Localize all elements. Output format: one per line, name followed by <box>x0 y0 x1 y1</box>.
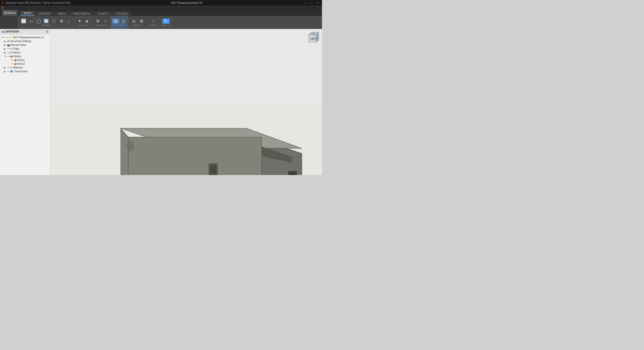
inspect-section-btn[interactable]: ⊞ <box>138 19 145 24</box>
tree-arrow-body1 <box>8 59 11 61</box>
main-content: ◀◀ BROWSER ⚙ ▼ 👁 ⚙ 📁 AIoT Shopping Assis… <box>0 29 322 175</box>
browser-panel: ◀◀ BROWSER ⚙ ▼ 👁 ⚙ 📁 AIoT Shopping Assis… <box>0 29 50 175</box>
tree-label-origin: Origin <box>13 47 19 50</box>
tree-item-root[interactable]: ▼ 👁 ⚙ 📁 AIoT Shopping Assistant v2 <box>0 36 50 39</box>
title-bar-left: A Autodesk Fusion 360 (Personal - Not fo… <box>2 1 70 5</box>
browser-title-text: BROWSER <box>6 30 19 33</box>
tree-eye-sketches[interactable]: 👁 <box>7 66 9 69</box>
svg-text:LEFT: LEFT <box>310 38 316 40</box>
tree-icon-doc: ⚙ <box>7 40 9 43</box>
tree-icon-construction: 🔷 <box>10 70 13 73</box>
tree-icon-body2: 📦 <box>14 62 17 65</box>
tree-icon-bodies: 📦 <box>10 55 13 58</box>
tree-item-doc-settings[interactable]: ▶ ⚙ Document Settings <box>0 39 50 43</box>
create-revolve-btn[interactable]: ◯ <box>35 19 42 24</box>
tab-solid[interactable]: SOLID <box>20 11 35 16</box>
tree-icon-root: 📁 <box>9 36 12 39</box>
tree-arrow-construction: ▶ <box>4 70 7 73</box>
create-extrude-btn[interactable]: ▭ <box>28 19 35 24</box>
tree-eye-origin[interactable]: 👁 <box>7 48 9 50</box>
tree-item-named-views[interactable]: ▶ 📷 Named Views <box>0 43 50 47</box>
toolbar-group-modify: ✦ ◈ MODIFY ▾ <box>74 16 92 29</box>
browser-settings-icon[interactable]: ⚙ <box>46 30 49 33</box>
close-button[interactable]: ✕ <box>316 2 320 4</box>
tree-icon-origin: ✛ <box>10 47 12 50</box>
tab-plastic[interactable]: PLASTIC <box>94 12 112 16</box>
insert-btn[interactable]: ↑ <box>150 19 157 24</box>
toolbar-buttons: ⬜ ▭ ◯ 🔄 ⬡ ⊕ ⬦ CREATE ▾ ✦ ◈ MODIFY ▾ <box>18 16 322 29</box>
inspect-label: INSPECT ▾ <box>133 24 143 26</box>
toolbar-group-inspect: ◎ ⊞ INSPECT ▾ <box>129 16 147 29</box>
tree-label-bodies: Bodies <box>14 55 21 58</box>
viewport-svg <box>50 29 322 175</box>
tree-arrow-sketches: ▶ <box>4 66 7 69</box>
tab-utilities[interactable]: UTILITIES <box>112 12 131 16</box>
tree-item-sketches[interactable]: ▶ 👁 ✏ Sketches <box>0 66 50 69</box>
create-new-body-btn[interactable]: ⬜ <box>20 19 27 24</box>
create-label: CREATE ▾ <box>42 24 51 26</box>
assemble-new-component-btn[interactable]: ⊕ <box>94 19 101 24</box>
tree-icon-body1: 📦 <box>14 59 17 61</box>
tree-eye-body1[interactable]: 👁 <box>11 59 13 61</box>
construct-plane-btn[interactable]: ⊟ <box>112 19 119 24</box>
svg-point-32 <box>127 141 134 151</box>
create-more-btn[interactable]: ⊕ <box>58 19 65 24</box>
tree-arrow-origin: ▶ <box>4 48 7 50</box>
toolbar-area: DESIGN ▾ SOLID SURFACE MESH SHEET METAL … <box>0 10 322 29</box>
create-loft-btn[interactable]: ⬡ <box>50 19 57 24</box>
construct-label: CONSTRUCT ▾ <box>112 24 127 26</box>
svg-marker-30 <box>128 137 262 175</box>
menu-bar: A <box>0 6 322 10</box>
tree-eye-body2[interactable]: 👁 <box>11 63 13 65</box>
tree-arrow-doc: ▶ <box>4 40 7 43</box>
tree-eye-root[interactable]: 👁 <box>4 36 6 39</box>
modify-fillet-btn[interactable]: ◈ <box>84 19 91 24</box>
tree-label-construction: Construction <box>14 70 28 73</box>
assemble-joint-btn[interactable]: ↔ <box>102 19 109 24</box>
tree-eye-construction[interactable]: 👁 <box>7 70 9 73</box>
tab-surface[interactable]: SURFACE <box>35 12 54 16</box>
tree-item-body2[interactable]: 👁 📦 Body2 <box>0 62 50 66</box>
create-mirror-btn[interactable]: ⬦ <box>65 19 72 24</box>
maximize-button[interactable]: □ <box>310 2 313 4</box>
svg-text:F: F <box>316 37 317 38</box>
tree-arrow-analysis: ▶ <box>4 51 7 54</box>
view-cube[interactable]: LEFT TOP F <box>305 31 320 46</box>
toolbar-group-create: ⬜ ▭ ◯ 🔄 ⬡ ⊕ ⬦ CREATE ▾ <box>19 16 74 29</box>
tree-label-doc: Document Settings <box>10 40 31 43</box>
browser-tree: ▼ 👁 ⚙ 📁 AIoT Shopping Assistant v2 ▶ ⚙ D… <box>0 34 50 74</box>
design-dropdown[interactable]: DESIGN ▾ <box>2 10 18 16</box>
title-bar-right: ─ □ ✕ <box>304 2 320 4</box>
tree-label-analysis: Analysis <box>11 51 20 54</box>
tree-icon-named-views: 📷 <box>7 44 10 46</box>
tree-icon-analysis: 📊 <box>7 51 10 54</box>
tab-sheet-metal[interactable]: SHEET METAL <box>69 12 94 16</box>
svg-text:TOP: TOP <box>312 33 315 34</box>
create-sweep-btn[interactable]: 🔄 <box>43 19 50 24</box>
tree-gear-root[interactable]: ⚙ <box>7 36 9 39</box>
tree-label-named-views: Named Views <box>11 44 26 46</box>
viewport[interactable]: LEFT TOP F ⊕ ✥ ⬜ 🔍 ⊟ ▬ ⬛ ⊞ <box>50 29 322 175</box>
tree-item-origin[interactable]: ▶ 👁 ✛ Origin <box>0 47 50 51</box>
assemble-label: ASSEMBLE ▾ <box>95 24 107 26</box>
tree-eye-bodies[interactable]: 👁 <box>7 55 9 58</box>
tree-label-body1: Body1 <box>18 59 25 61</box>
app-title: Autodesk Fusion 360 (Personal - Not for … <box>6 2 70 4</box>
tree-label-body2: Body2 <box>18 62 25 65</box>
tree-item-analysis[interactable]: ▶ 📊 Analysis <box>0 51 50 54</box>
browser-expand-arrow[interactable]: ◀◀ <box>2 30 5 33</box>
tree-item-body1[interactable]: 👁 📦 Body1 <box>0 58 50 62</box>
construct-axis-btn[interactable]: ◫ <box>120 19 127 24</box>
tab-mesh[interactable]: MESH <box>55 12 69 16</box>
tree-arrow-named-views: ▶ <box>4 44 7 46</box>
tree-item-bodies[interactable]: ▼ 👁 📦 Bodies <box>0 54 50 58</box>
tree-item-construction[interactable]: ▶ 👁 🔷 Construction <box>0 69 50 73</box>
app-icon-small: A <box>2 6 4 10</box>
select-btn[interactable]: ↖ <box>163 19 170 24</box>
tree-label-root: AIoT Shopping Assistant v2 <box>13 36 44 39</box>
minimize-button[interactable]: ─ <box>304 2 307 4</box>
app-icon: A <box>2 1 4 5</box>
modify-press-pull-btn[interactable]: ✦ <box>76 19 83 24</box>
inspect-measure-btn[interactable]: ◎ <box>130 19 137 24</box>
browser-title: ◀◀ BROWSER <box>2 30 19 33</box>
